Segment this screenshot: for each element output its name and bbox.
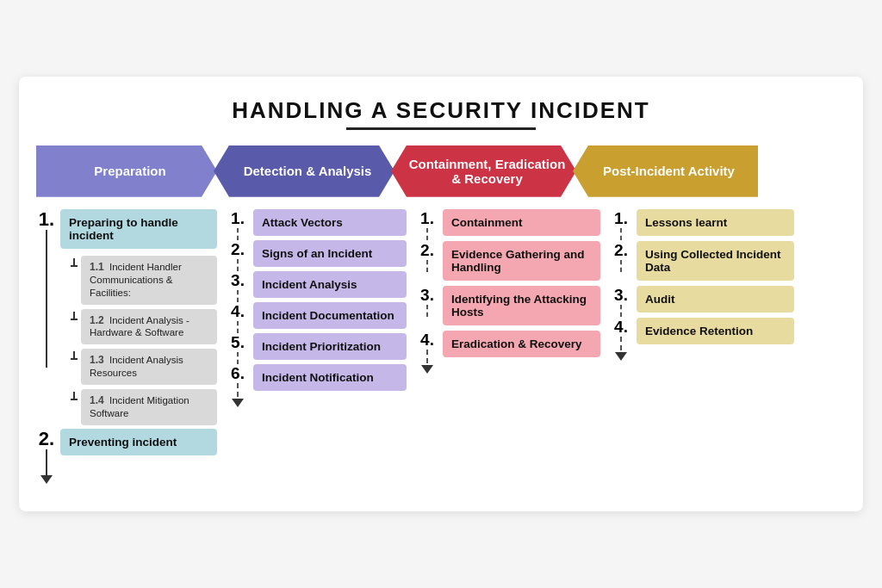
contain-item-3-row: 3. Identifying the Attacking Hosts: [415, 286, 600, 331]
prep-item-2-content: Preventing incident: [60, 429, 217, 462]
contain-conn-3: 3.: [415, 286, 439, 317]
prep-item-1-vline: [46, 230, 47, 368]
detect-item-6-box: Incident Notification: [253, 364, 407, 391]
contain-item-4-row: 4. Eradication & Recovery: [415, 331, 600, 374]
prep-item-1-row: 1. Preparing to handle incident: [36, 209, 217, 425]
sub-connector-1-2: [67, 309, 81, 320]
containment-column: 1. Containment 2. Evidence Gathering and…: [415, 209, 600, 374]
prep-subitems: 1.1 Incident Handler Communications & Fa…: [60, 256, 217, 425]
detect-items: 1. Attack Vectors 2. Signs of an Inciden…: [226, 209, 407, 407]
post-item-4-box: Evidence Retention: [637, 318, 794, 344]
post-conn-1: 1.: [609, 209, 633, 240]
sub-connector-1-1: [67, 256, 81, 267]
contain-3-num: 3.: [420, 286, 434, 305]
detect-3-num: 3.: [231, 271, 245, 290]
post-item-4-row: 4. Evidence Retention: [609, 318, 794, 361]
contain-item-4-box: Eradication & Recovery: [443, 331, 600, 357]
detect-item-6-row: 6. Incident Notification: [226, 364, 407, 407]
contain-1-num: 1.: [420, 209, 434, 228]
prep-sub-1-3: 1.3 Incident Analysis Resources: [67, 349, 217, 385]
prep-item-1-box: Preparing to handle incident: [60, 209, 217, 249]
prep-sub-box-1-3: 1.3 Incident Analysis Resources: [81, 349, 217, 385]
contain-4-num: 4.: [420, 331, 434, 350]
prep-item-2-num: 2.: [39, 429, 54, 449]
contain-conn-4: 4.: [415, 331, 439, 374]
contain-conn-2: 2.: [415, 241, 439, 272]
detect-conn-6: 6.: [226, 364, 250, 407]
post-item-2-box: Using Collected Incident Data: [637, 241, 794, 281]
detect-4-num: 4.: [231, 302, 245, 321]
prep-item-2-connector: 2.: [36, 429, 57, 484]
prep-arrow: [40, 475, 53, 484]
detect-item-5-box: Incident Prioritization: [253, 333, 407, 360]
detect-conn-4: 4.: [226, 302, 250, 333]
phase-header-containment: Containment, Eradication & Recovery: [391, 145, 576, 197]
detect-item-1-box: Attack Vectors: [253, 209, 407, 236]
prep-sub-box-1-2: 1.2 Incident Analysis - Hardware & Softw…: [81, 309, 217, 345]
detect-item-1-row: 1. Attack Vectors: [226, 209, 407, 240]
detect-conn-1: 1.: [226, 209, 250, 240]
sub-connector-1-4: [67, 389, 81, 400]
detect-1-num: 1.: [231, 209, 245, 228]
prep-sub-1-2: 1.2 Incident Analysis - Hardware & Softw…: [67, 309, 217, 345]
prep-sub-1-1: 1.1 Incident Handler Communications & Fa…: [67, 256, 217, 305]
post-conn-2: 2.: [609, 241, 633, 272]
post-arrow: [615, 352, 627, 361]
contain-arrow: [421, 365, 433, 374]
detect-6-num: 6.: [231, 364, 245, 383]
post-conn-4: 4.: [609, 318, 633, 361]
prep-sub-box-1-1: 1.1 Incident Handler Communications & Fa…: [81, 256, 217, 305]
preparation-column: 1. Preparing to handle incident: [36, 209, 217, 488]
phase-header-detection: Detection & Analysis: [214, 145, 394, 197]
title-underline: [346, 127, 536, 130]
prep-sub-1-4: 1.4 Incident Mitigation Software: [67, 389, 217, 425]
contain-item-1-box: Containment: [443, 209, 600, 236]
contain-2-num: 2.: [420, 241, 434, 260]
sub-connector-1-3: [67, 349, 81, 360]
post-conn-3: 3.: [609, 286, 633, 317]
detect-item-5-row: 5. Incident Prioritization: [226, 333, 407, 364]
contain-item-3-box: Identifying the Attacking Hosts: [443, 286, 600, 325]
prep-sub-box-1-4: 1.4 Incident Mitigation Software: [81, 389, 217, 425]
prep-item-1-num: 1.: [39, 209, 54, 230]
detect-conn-2: 2.: [226, 240, 250, 271]
post-item-1-box: Lessons learnt: [637, 209, 794, 236]
detect-5-num: 5.: [231, 333, 245, 352]
detect-item-3-box: Incident Analysis: [253, 271, 407, 298]
post-item-2-row: 2. Using Collected Incident Data: [609, 241, 794, 286]
main-card: HANDLING A SECURITY INCIDENT Preparation…: [19, 77, 863, 512]
prep-item-2-row: 2. Preventing incident: [36, 429, 217, 484]
contain-items: 1. Containment 2. Evidence Gathering and…: [415, 209, 600, 374]
post-item-1-row: 1. Lessons learnt: [609, 209, 794, 241]
contain-item-2-row: 2. Evidence Gathering and Handling: [415, 241, 600, 286]
detect-conn-3: 3.: [226, 271, 250, 302]
post-column: 1. Lessons learnt 2. Using Collected Inc…: [609, 209, 794, 361]
detect-item-4-row: 4. Incident Documentation: [226, 302, 407, 333]
contain-item-2-box: Evidence Gathering and Handling: [443, 241, 600, 281]
phase-header-preparation: Preparation: [36, 145, 217, 197]
post-1-num: 1.: [614, 209, 628, 228]
contain-item-1-row: 1. Containment: [415, 209, 600, 241]
post-item-3-row: 3. Audit: [609, 286, 794, 318]
post-4-num: 4.: [614, 318, 628, 337]
post-items: 1. Lessons learnt 2. Using Collected Inc…: [609, 209, 794, 361]
detect-conn-5: 5.: [226, 333, 250, 364]
prep-item-2-vline: [46, 449, 47, 475]
post-item-3-box: Audit: [637, 286, 794, 313]
columns-row: 1. Preparing to handle incident: [36, 209, 846, 488]
phases-row: Preparation Detection & Analysis Contain…: [36, 145, 846, 197]
page-title: HANDLING A SECURITY INCIDENT: [36, 97, 846, 124]
phase-header-post: Post-Incident Activity: [573, 145, 758, 197]
detect-item-2-box: Signs of an Incident: [253, 240, 407, 267]
prep-item-1-content: Preparing to handle incident 1.1 Inciden…: [60, 209, 217, 425]
post-3-num: 3.: [614, 286, 628, 305]
detect-item-2-row: 2. Signs of an Incident: [226, 240, 407, 271]
detection-column: 1. Attack Vectors 2. Signs of an Inciden…: [226, 209, 407, 407]
detect-arrow: [232, 399, 244, 407]
detect-item-4-box: Incident Documentation: [253, 302, 407, 329]
contain-conn-1: 1.: [415, 209, 439, 240]
prep-item-2-box: Preventing incident: [60, 429, 217, 455]
post-2-num: 2.: [614, 241, 628, 260]
detect-item-3-row: 3. Incident Analysis: [226, 271, 407, 302]
prep-item-1-connector: 1.: [36, 209, 57, 368]
